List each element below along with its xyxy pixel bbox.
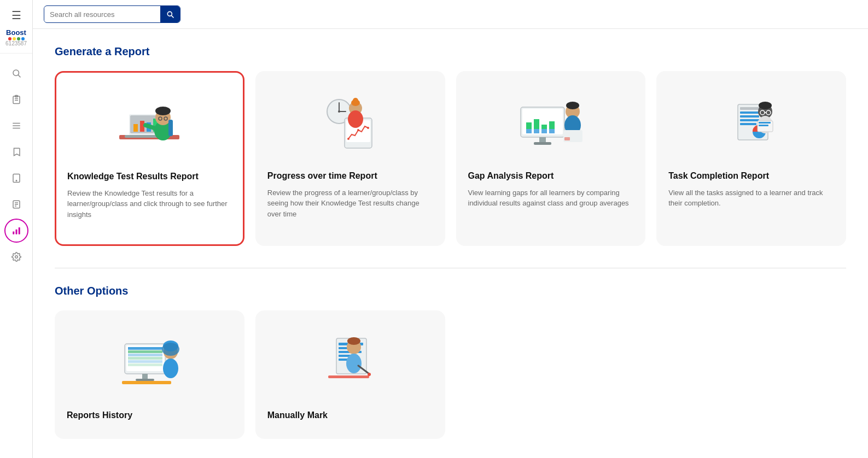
svg-point-103 — [347, 337, 360, 345]
sidebar-item-settings[interactable] — [4, 245, 28, 269]
sidebar-nav — [4, 57, 28, 451]
other-card-manually-mark[interactable]: Manually Mark — [255, 310, 445, 439]
svg-point-60 — [566, 102, 579, 109]
svg-rect-82 — [128, 347, 162, 350]
hamburger-menu-icon[interactable]: ☰ — [9, 7, 24, 24]
card-illustration-task — [668, 85, 834, 162]
svg-rect-15 — [13, 232, 14, 234]
svg-rect-85 — [128, 357, 162, 360]
svg-point-104 — [346, 354, 362, 373]
svg-rect-52 — [534, 119, 539, 129]
sidebar-item-notes[interactable] — [4, 192, 28, 216]
card-desc-knowledge: Review the Knowledge Test results for a … — [67, 188, 232, 220]
card-illustration-gap — [468, 85, 634, 162]
svg-rect-16 — [15, 230, 17, 234]
generate-section-title: Generate a Report — [55, 45, 846, 58]
report-cards-grid: Knowledge Test Results Report Review the… — [55, 71, 846, 246]
sidebar-item-clipboard[interactable] — [4, 87, 28, 111]
svg-point-41 — [357, 129, 359, 131]
svg-rect-89 — [136, 379, 154, 381]
section-divider — [55, 268, 846, 268]
svg-rect-56 — [549, 121, 555, 129]
sidebar-item-reports[interactable] — [4, 219, 28, 243]
svg-rect-63 — [564, 137, 570, 140]
card-title-gap: Gap Analysis Report — [468, 171, 634, 182]
other-section-title: Other Options — [55, 285, 846, 297]
report-card-progress[interactable]: Progress over time Report Review the pro… — [255, 71, 445, 246]
card-title-task: Task Completion Report — [668, 171, 834, 182]
svg-rect-78 — [759, 122, 771, 124]
svg-rect-87 — [128, 363, 162, 366]
svg-rect-17 — [18, 227, 20, 234]
sidebar-top: ☰ Boost 6123587 — [0, 7, 32, 54]
content-area: Generate a Report — [33, 29, 868, 455]
sidebar-item-bookmark[interactable] — [4, 140, 28, 164]
svg-rect-50 — [526, 122, 532, 129]
svg-rect-94 — [122, 381, 171, 384]
card-desc-progress: Review the progress of a learner/group/c… — [267, 187, 433, 220]
card-illustration-manually-mark — [267, 325, 433, 401]
svg-rect-54 — [541, 125, 547, 129]
svg-rect-22 — [133, 124, 138, 132]
svg-point-0 — [13, 70, 19, 76]
sidebar-item-tablet[interactable] — [4, 166, 28, 190]
report-card-gap[interactable]: Gap Analysis Report View learning gaps f… — [456, 71, 646, 246]
card-desc-gap: View learning gaps for all learners by c… — [468, 187, 634, 209]
card-title-progress: Progress over time Report — [267, 171, 433, 182]
sidebar: ☰ Boost 6123587 — [0, 0, 33, 458]
report-card-task[interactable]: Task Completion Report View all the task… — [656, 71, 846, 246]
svg-point-18 — [15, 256, 18, 259]
card-title-reports-history: Reports History — [67, 410, 232, 421]
svg-point-29 — [155, 107, 171, 115]
svg-rect-67 — [740, 115, 759, 118]
card-illustration-reports-history — [67, 325, 232, 401]
logo-id: 6123587 — [5, 40, 27, 46]
svg-point-45 — [353, 98, 358, 103]
sidebar-item-search[interactable] — [4, 61, 28, 85]
svg-rect-57 — [539, 137, 546, 143]
report-card-knowledge-test[interactable]: Knowledge Test Results Report Review the… — [55, 71, 244, 246]
card-title-knowledge: Knowledge Test Results Report — [67, 171, 232, 183]
logo-text: Boost — [6, 28, 26, 37]
svg-point-72 — [759, 102, 772, 109]
other-cards-grid: Reports History — [55, 310, 846, 439]
svg-rect-84 — [128, 354, 162, 356]
svg-point-92 — [162, 343, 179, 356]
svg-rect-58 — [534, 142, 551, 145]
svg-line-30 — [145, 125, 155, 128]
main-content: Generate a Report — [33, 0, 868, 458]
card-illustration-progress — [267, 85, 433, 162]
svg-line-1 — [18, 75, 20, 77]
search-button[interactable] — [160, 6, 180, 22]
svg-rect-101 — [328, 375, 369, 378]
svg-rect-83 — [128, 350, 162, 353]
svg-rect-86 — [128, 360, 162, 363]
svg-rect-79 — [759, 125, 768, 126]
logo-area: Boost 6123587 — [5, 28, 27, 46]
svg-point-46 — [348, 110, 363, 128]
svg-rect-69 — [740, 123, 756, 125]
svg-point-106 — [368, 373, 371, 376]
search-wrapper — [44, 5, 180, 23]
other-card-reports-history[interactable]: Reports History — [55, 310, 244, 439]
svg-point-10 — [16, 180, 17, 181]
svg-point-42 — [367, 127, 369, 129]
svg-point-93 — [163, 359, 178, 378]
header — [33, 0, 868, 29]
search-input[interactable] — [44, 7, 160, 22]
svg-point-40 — [347, 138, 349, 140]
card-title-manually-mark: Manually Mark — [267, 410, 433, 421]
svg-rect-31 — [168, 120, 173, 136]
sidebar-item-list[interactable] — [4, 114, 28, 138]
card-illustration-knowledge — [67, 86, 232, 162]
svg-rect-88 — [142, 374, 148, 379]
card-desc-task: View all the tasks assigned to a learner… — [668, 187, 834, 209]
